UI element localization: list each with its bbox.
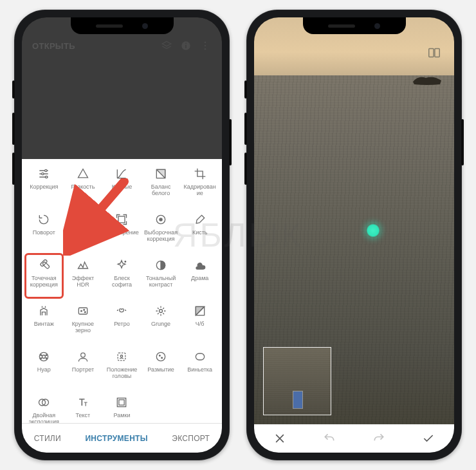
photo-canvas[interactable] xyxy=(254,17,454,453)
more-icon[interactable] xyxy=(199,39,212,52)
editor-toolbar xyxy=(254,424,454,453)
photo-boat xyxy=(412,74,443,86)
svg-point-19 xyxy=(84,310,85,311)
tool-retro[interactable]: Ретро xyxy=(102,299,142,344)
tool-grunge[interactable]: Grunge xyxy=(142,299,181,344)
close-button[interactable] xyxy=(267,426,293,451)
frames-icon xyxy=(114,395,129,409)
tool-wb[interactable]: Баланс белого xyxy=(142,162,181,207)
tool-portrait[interactable]: Портрет xyxy=(64,344,103,390)
tool-grainy[interactable]: Крупное зерно xyxy=(64,299,103,344)
tool-hdr[interactable]: Эффект HDR xyxy=(64,253,103,299)
svg-rect-40 xyxy=(429,49,434,57)
tool-frames[interactable]: Рамки xyxy=(102,390,142,423)
tool-label: Grunge xyxy=(150,321,172,327)
svg-point-8 xyxy=(46,176,48,178)
svg-point-34 xyxy=(161,357,163,359)
tool-tune[interactable]: Коррекция xyxy=(24,162,64,207)
svg-point-25 xyxy=(41,355,42,356)
tool-label: Нуар xyxy=(36,366,52,373)
svg-point-7 xyxy=(42,173,44,174)
tool-label: Положение головы xyxy=(103,366,140,379)
info-icon[interactable] xyxy=(179,39,192,52)
notch xyxy=(303,17,406,34)
details-icon xyxy=(76,167,90,181)
svg-rect-1 xyxy=(185,45,187,48)
tonal-icon xyxy=(154,258,168,272)
grunge-icon xyxy=(154,304,168,318)
tool-label: Резкость xyxy=(69,183,96,190)
tool-selective[interactable]: Выборочная коррекция xyxy=(142,207,181,253)
tool-persp[interactable]: Перспектива xyxy=(64,207,103,253)
tool-label: Баланс белого xyxy=(142,183,179,196)
expand-icon xyxy=(114,212,129,227)
svg-rect-35 xyxy=(196,353,204,360)
phone-left: ОТКРЫТЬ КоррекцияРезкостьКривыеБаланс бе… xyxy=(14,10,230,460)
tool-label: Крупное зерно xyxy=(64,321,102,334)
brush-icon xyxy=(193,212,207,227)
svg-point-29 xyxy=(81,353,86,357)
tool-healing[interactable]: Точечная коррекция xyxy=(24,253,64,299)
svg-point-18 xyxy=(81,310,82,312)
svg-point-21 xyxy=(160,310,163,313)
tool-curves[interactable]: Кривые xyxy=(102,162,142,207)
tool-details[interactable]: Резкость xyxy=(64,162,103,207)
svg-point-27 xyxy=(41,358,42,359)
tab-tools[interactable]: ИНСТРУМЕНТЫ xyxy=(85,434,147,443)
vignette-icon xyxy=(193,350,207,364)
apply-button[interactable] xyxy=(416,426,441,451)
wb-icon xyxy=(154,167,168,181)
vintage-icon xyxy=(37,304,51,318)
tool-drama[interactable]: Драма xyxy=(180,253,219,299)
crop-icon xyxy=(193,167,207,181)
tool-vintage[interactable]: Винтаж xyxy=(24,299,64,344)
text-icon xyxy=(76,395,90,409)
tool-tonal[interactable]: Тональный контраст xyxy=(142,253,181,299)
svg-point-31 xyxy=(121,355,123,357)
tool-expand[interactable]: Расширение xyxy=(102,207,142,253)
tool-headpose[interactable]: Положение головы xyxy=(102,344,142,390)
open-button[interactable]: ОТКРЫТЬ xyxy=(32,41,75,51)
retro-icon xyxy=(114,304,129,318)
portrait-icon xyxy=(76,350,90,364)
tool-crop[interactable]: Кадрирование xyxy=(180,162,219,207)
tool-bw[interactable]: Ч/б xyxy=(180,299,219,344)
redo-button[interactable] xyxy=(366,426,392,451)
undo-button[interactable] xyxy=(316,426,342,451)
tool-label: Тональный контраст xyxy=(142,275,179,288)
compare-icon[interactable] xyxy=(427,46,441,60)
tool-noir[interactable]: Нуар xyxy=(24,344,64,390)
tool-label: Рамки xyxy=(113,412,132,418)
svg-rect-2 xyxy=(185,43,187,44)
tool-glamour[interactable]: Блеск софита xyxy=(102,253,142,299)
svg-point-33 xyxy=(160,355,161,357)
noir-icon xyxy=(37,350,51,364)
rotate-icon xyxy=(37,212,51,227)
tool-label: Кривые xyxy=(111,183,134,190)
svg-point-23 xyxy=(40,352,48,361)
editor-preview-area: ОТКРЫТЬ xyxy=(22,17,222,159)
selective-icon xyxy=(154,212,168,227)
tab-export[interactable]: ЭКСПОРТ xyxy=(172,434,210,443)
svg-point-28 xyxy=(46,358,48,359)
tool-rotate[interactable]: Поворот xyxy=(24,207,64,253)
tool-blur[interactable]: Размытие xyxy=(142,344,181,390)
tools-grid: КоррекцияРезкостьКривыеБаланс белогоКадр… xyxy=(22,159,222,423)
tool-doubleexp[interactable]: Двойная экспозиция xyxy=(24,390,64,423)
tool-label: Двойная экспозиция xyxy=(25,412,62,423)
svg-point-32 xyxy=(156,352,165,361)
layers-icon[interactable] xyxy=(160,39,173,52)
tab-styles[interactable]: СТИЛИ xyxy=(34,434,61,443)
tool-label: Выборочная коррекция xyxy=(142,229,179,242)
svg-rect-39 xyxy=(119,400,124,405)
svg-point-24 xyxy=(42,355,46,359)
tool-brush[interactable]: Кисть xyxy=(180,207,219,253)
tool-text[interactable]: Текст xyxy=(64,390,103,423)
tool-label: Виньетка xyxy=(186,366,214,373)
tool-vignette[interactable]: Виньетка xyxy=(180,344,219,390)
persp-icon xyxy=(76,212,90,227)
healing-spot-marker[interactable] xyxy=(366,223,380,238)
tool-label: Текст xyxy=(75,412,92,418)
svg-point-3 xyxy=(205,42,206,43)
bw-icon xyxy=(193,304,207,318)
